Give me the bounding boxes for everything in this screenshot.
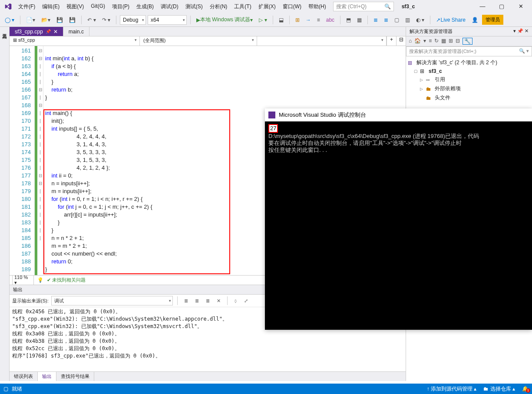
- save-button[interactable]: 💾: [54, 16, 65, 24]
- tree-project[interactable]: sf3_c: [429, 68, 442, 74]
- redo-button[interactable]: ↷ ▾: [100, 16, 112, 24]
- new-file-button[interactable]: 📄▾: [24, 16, 37, 24]
- file-tabs: sf3_cpp.cpp 📌 ✕main.c: [10, 27, 406, 36]
- toolbox-tab[interactable]: 工具箱: [0, 27, 9, 34]
- save-all-button[interactable]: 💾: [67, 16, 78, 24]
- nav-scope-2[interactable]: (全局范围): [140, 36, 257, 46]
- output-source-label: 显示输出来源(S):: [12, 298, 49, 304]
- tb-icon-3[interactable]: →: [304, 16, 313, 24]
- status-repo[interactable]: 🖿 选择仓库 ▴: [483, 385, 515, 393]
- menu-item[interactable]: Git(G): [87, 1, 109, 12]
- maximize-button[interactable]: ▢: [492, 0, 511, 13]
- output-source-dropdown[interactable]: 调试: [51, 296, 173, 305]
- menu-item[interactable]: 编辑(E): [39, 1, 63, 12]
- menu-item[interactable]: 项目(P): [109, 1, 133, 12]
- output-tb-5[interactable]: ⎀: [232, 297, 239, 305]
- tree-references[interactable]: 引用: [435, 76, 445, 83]
- menu-item[interactable]: 文件(F): [15, 1, 39, 12]
- menu-item[interactable]: 分析(N): [206, 1, 231, 12]
- undo-button[interactable]: ↶ ▾: [85, 16, 98, 24]
- solution-search[interactable]: 搜索解决方案资源管理器(Ctrl+;) 🔍 ▾: [406, 46, 532, 56]
- title-project: sf3_c: [402, 3, 415, 10]
- config-dropdown[interactable]: Debug: [120, 15, 146, 25]
- tb-icon-11[interactable]: ▥: [403, 16, 412, 24]
- bottom-tab[interactable]: 输出: [38, 372, 56, 381]
- menu-item[interactable]: 扩展(X): [255, 1, 279, 12]
- sol-tool-home-icon[interactable]: ⌂: [409, 38, 412, 45]
- output-tb-3[interactable]: ≣: [204, 297, 212, 305]
- highlight-box-main: [43, 109, 230, 274]
- console-text: D:\mysetup\gopath\src\dsy\sf3_c\x64\Debu…: [268, 133, 479, 153]
- sol-tool-6-icon[interactable]: ▦: [441, 38, 446, 45]
- file-tab[interactable]: main.c: [63, 27, 89, 36]
- menu-item[interactable]: 测试(S): [182, 1, 206, 12]
- tb-icon-4[interactable]: ≡: [315, 16, 322, 24]
- tree-external-deps[interactable]: 外部依赖项: [435, 85, 461, 92]
- sol-close-icon[interactable]: ✕: [525, 28, 529, 33]
- menu-item[interactable]: 窗口(W): [279, 1, 305, 12]
- sol-tool-wrench-icon[interactable]: 🔧: [463, 38, 473, 45]
- tb-icon-9[interactable]: ≣: [382, 16, 390, 24]
- platform-dropdown[interactable]: x64: [148, 15, 187, 25]
- sol-tool-3-icon[interactable]: ▾: [423, 38, 426, 45]
- console-titlebar[interactable]: Microsoft Visual Studio 调试控制台: [265, 108, 532, 121]
- nav-back-button[interactable]: ◯ ▾: [3, 16, 17, 24]
- sol-tool-7-icon[interactable]: ⊞: [449, 38, 453, 45]
- tb-icon-7[interactable]: ▦: [355, 16, 364, 24]
- tb-icon-1[interactable]: ⬓: [277, 16, 286, 24]
- window-controls: — ▢ ✕: [473, 0, 530, 13]
- status-bell[interactable]: 🔔1: [522, 386, 529, 392]
- sol-search-dd-icon: 🔍 ▾: [519, 48, 529, 55]
- nav-scope-1[interactable]: ⊞ sf3_cpp: [10, 36, 140, 46]
- minimize-button[interactable]: —: [473, 0, 492, 13]
- admin-badge: 管理员: [482, 15, 503, 25]
- close-button[interactable]: ✕: [511, 0, 530, 13]
- lightbulb-icon[interactable]: 💡: [37, 277, 43, 283]
- tb-icon-2[interactable]: ⊞: [293, 16, 302, 24]
- solution-root[interactable]: 解决方案 'sf3_c' (2 个项目, 共 2 个): [416, 59, 497, 66]
- live-share-button[interactable]: ↗ Live Share: [434, 16, 467, 24]
- start-debug-button[interactable]: ▶ 本地 Windows 调试器 ▾: [194, 15, 255, 25]
- bottom-tab[interactable]: 查找符号结果: [56, 372, 94, 381]
- tb-icon-12[interactable]: ◐ ▾: [414, 16, 426, 24]
- sol-tool-2-icon[interactable]: 🏠: [414, 38, 421, 45]
- status-bar: ▢ 就绪 ↑ 添加到源代码管理 ▴ 🖿 选择仓库 ▴ 🔔1: [0, 384, 532, 394]
- status-source-control[interactable]: ↑ 添加到源代码管理 ▴: [427, 385, 477, 393]
- output-tb-6[interactable]: ⤢: [242, 297, 250, 305]
- nav-split-button[interactable]: +: [387, 36, 396, 46]
- status-flag-icon[interactable]: ▢: [3, 386, 8, 392]
- menu-item[interactable]: 工具(T): [231, 1, 254, 12]
- search-placeholder: 搜索 (Ctrl+Q): [336, 3, 367, 10]
- debug-console-window[interactable]: Microsoft Visual Studio 调试控制台 27 D:\myse…: [265, 108, 532, 330]
- menu-item[interactable]: 视图(V): [63, 1, 87, 12]
- open-button[interactable]: 📂▾: [39, 16, 53, 24]
- menu-item[interactable]: 调试(D): [157, 1, 182, 12]
- nav-bar: ⊞ sf3_cpp (全局范围) + ⊟: [10, 36, 406, 46]
- sol-tool-4-icon[interactable]: ≡: [429, 38, 432, 45]
- tb-icon-8[interactable]: ≣: [371, 16, 380, 24]
- tb-icon-10[interactable]: ▢: [392, 16, 401, 24]
- tb-icon-6[interactable]: ⬒: [344, 16, 353, 24]
- menu-item[interactable]: 生成(B): [133, 1, 157, 12]
- solution-title: 解决方案资源管理器: [410, 28, 453, 35]
- sol-tool-refresh-icon[interactable]: ↻: [434, 38, 439, 45]
- title-bar: 文件(F)编辑(E)视图(V)Git(G)项目(P)生成(B)调试(D)测试(S…: [0, 0, 532, 13]
- menu-item[interactable]: 帮助(H): [305, 1, 330, 12]
- tree-headers[interactable]: 头文件: [435, 94, 450, 102]
- search-box[interactable]: 搜索 (Ctrl+Q) 🔍: [333, 2, 394, 11]
- sol-pin-icon[interactable]: ▾: [513, 28, 516, 33]
- sol-tool-8-icon[interactable]: ⊟: [456, 38, 460, 45]
- nav-scope-3[interactable]: [257, 36, 387, 46]
- toolbar: ◯ ▾ 📄▾ 📂▾ 💾 💾 ↶ ▾ ↷ ▾ Debug x64 ▶ 本地 Win…: [0, 13, 532, 27]
- file-tab[interactable]: sf3_cpp.cpp 📌 ✕: [10, 27, 63, 36]
- output-tb-4[interactable]: ✕: [215, 297, 223, 305]
- output-tb-1[interactable]: ≣: [182, 297, 190, 305]
- feedback-button[interactable]: 👤: [469, 16, 480, 24]
- output-tb-2[interactable]: ≣: [193, 297, 201, 305]
- no-issues-label: ✔ 未找到相关问题: [47, 277, 86, 283]
- nav-split-v-button[interactable]: ⊟: [396, 36, 406, 46]
- start-nodebug-button[interactable]: ▷ ▾: [257, 16, 269, 24]
- tb-icon-5[interactable]: abc: [324, 16, 337, 24]
- bottom-tab[interactable]: 错误列表: [10, 372, 38, 381]
- sol-pushpin-icon[interactable]: 📌: [517, 28, 523, 33]
